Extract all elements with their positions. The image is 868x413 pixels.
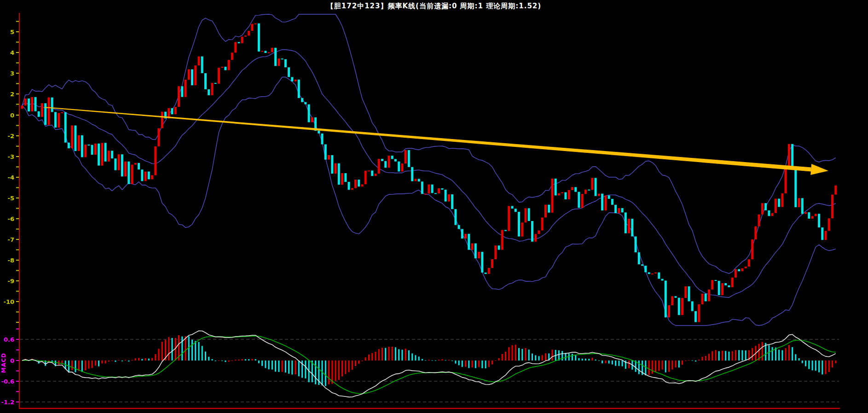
macd-histogram-bar [438, 360, 440, 361]
up-candle [561, 192, 563, 193]
macd-histogram-bar [485, 361, 486, 368]
up-candle [834, 186, 837, 195]
macd-histogram-bar [371, 353, 373, 361]
macd-histogram-bar [355, 361, 356, 366]
macd-histogram-bar [202, 346, 203, 361]
macd-histogram-bar [628, 361, 630, 368]
up-candle [804, 212, 807, 214]
macd-histogram-bar [141, 359, 143, 361]
macd-histogram-bar [185, 336, 186, 361]
down-candle [348, 182, 350, 190]
down-candle [371, 170, 373, 176]
up-candle [158, 128, 160, 146]
down-candle [411, 167, 413, 181]
down-candle [691, 301, 694, 311]
macd-histogram-bar [212, 359, 213, 361]
up-candle [198, 57, 200, 66]
macd-histogram-bar [561, 351, 563, 361]
down-candle [38, 111, 40, 117]
up-candle [698, 304, 700, 322]
down-candle [818, 214, 820, 227]
down-candle [394, 159, 397, 161]
macd-histogram-bar [622, 361, 623, 366]
up-candle [448, 194, 450, 202]
macd-histogram-bar [238, 360, 239, 361]
down-candle [237, 42, 240, 43]
down-candle [504, 230, 507, 231]
down-candle [445, 190, 447, 202]
macd-histogram-bar [492, 361, 493, 364]
down-candle [418, 179, 420, 181]
up-candle [751, 239, 753, 259]
down-candle [475, 244, 477, 258]
up-candle [124, 162, 127, 176]
down-candle [434, 193, 437, 194]
chart-title: 【胆172中123】频率K线(当前遗漏:0 周期:1 理论周期:1.52) [0, 2, 868, 11]
macd-histogram-bar [335, 361, 336, 381]
down-candle [391, 156, 393, 159]
macd-histogram-bar [411, 354, 413, 361]
macd-histogram-bar [825, 361, 827, 374]
macd-histogram-bar [458, 361, 460, 365]
down-candle [338, 163, 340, 185]
macd-histogram-bar [415, 355, 416, 361]
macd-histogram-bar [565, 353, 566, 361]
down-candle [421, 181, 423, 194]
down-candle [441, 188, 443, 190]
macd-histogram-bar [735, 350, 736, 361]
macd-histogram-bar [132, 360, 133, 361]
down-candle [214, 83, 217, 84]
down-candle [625, 212, 627, 233]
macd-histogram-bar [341, 361, 343, 377]
y-axis-label: 3 [10, 70, 14, 77]
y-axis-label: -6 [8, 215, 14, 222]
up-candle [748, 259, 750, 267]
up-candle [731, 278, 734, 287]
up-candle [604, 195, 607, 210]
macd-histogram-bar [512, 345, 513, 361]
up-candle [735, 269, 737, 278]
up-candle [534, 234, 537, 242]
up-candle [271, 48, 273, 52]
up-candle [538, 231, 540, 234]
macd-histogram-bar [392, 347, 393, 361]
down-candle [675, 296, 677, 297]
macd-histogram-bar [345, 361, 346, 374]
macd-histogram-bar [808, 361, 810, 369]
down-candle [641, 264, 643, 266]
macd-histogram-bar [382, 348, 383, 361]
macd-histogram-bar [261, 361, 263, 366]
macd-histogram-bar [495, 361, 496, 361]
up-candle [651, 273, 654, 274]
macd-histogram-bar [272, 361, 273, 370]
up-candle [618, 208, 620, 213]
macd-histogram-bar [558, 350, 560, 361]
up-candle [568, 190, 570, 199]
down-candle [398, 162, 400, 172]
macd-histogram-bar [158, 349, 160, 361]
macd-histogram-bar [418, 356, 420, 361]
macd-histogram-bar [268, 361, 270, 369]
macd-histogram-bar [225, 361, 226, 362]
macd-histogram-bar [235, 360, 236, 361]
macd-histogram-bar [585, 359, 586, 361]
down-candle [638, 252, 640, 264]
up-candle [218, 68, 220, 84]
macd-histogram-bar [525, 348, 527, 361]
macd-histogram-bar [295, 361, 296, 374]
up-candle [178, 86, 180, 107]
macd-histogram-bar [462, 361, 463, 367]
y-axis-label: 0 [10, 112, 14, 119]
up-candle [541, 217, 544, 230]
macd-histogram-bar [692, 361, 693, 361]
macd-histogram-bar [111, 361, 113, 361]
macd-histogram-bar [242, 359, 243, 361]
down-candle [588, 190, 590, 191]
up-candle [31, 97, 33, 111]
macd-histogram-bar [388, 347, 390, 361]
macd-histogram-bar [528, 349, 530, 361]
down-candle [644, 266, 647, 272]
up-candle [501, 230, 503, 250]
down-candle [304, 102, 307, 105]
up-candle [228, 60, 230, 70]
